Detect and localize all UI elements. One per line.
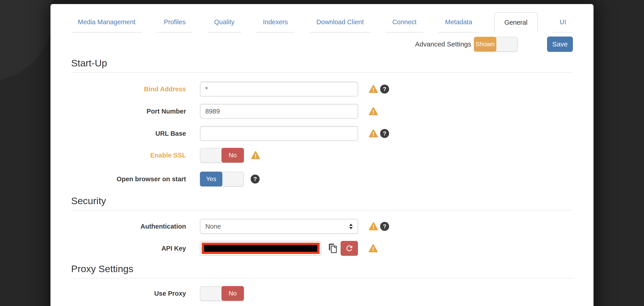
use-proxy-toggle-knob: No <box>222 286 244 301</box>
authentication-label: Authentication <box>71 223 186 230</box>
port-number-row: Port Number <box>50 104 594 119</box>
warning-icon <box>368 107 378 116</box>
tab-profiles[interactable]: Profiles <box>157 12 192 32</box>
select-carets-icon <box>349 224 353 229</box>
background-circle-decoration <box>0 0 54 82</box>
save-button[interactable]: Save <box>547 36 573 52</box>
section-title-security: Security <box>71 196 573 210</box>
help-icon[interactable]: ? <box>380 129 389 138</box>
use-proxy-row: Use Proxy No <box>50 286 594 301</box>
port-number-input[interactable] <box>200 104 358 119</box>
enable-ssl-label: Enable SSL <box>71 152 186 159</box>
open-browser-toggle-knob: Yes <box>200 172 222 186</box>
advanced-settings-toggle-knob: Shown <box>474 37 496 52</box>
tab-metadata[interactable]: Metadata <box>438 12 479 32</box>
tab-media-management[interactable]: Media Management <box>71 12 142 32</box>
copy-icon[interactable] <box>328 243 338 254</box>
refresh-icon <box>345 244 354 252</box>
url-base-row: URL Base ? <box>50 126 594 141</box>
section-title-startup: Start-Up <box>71 58 573 73</box>
authentication-row: Authentication None ? <box>50 219 594 234</box>
enable-ssl-row: Enable SSL No <box>50 148 594 163</box>
tab-download-client[interactable]: Download Client <box>310 12 370 32</box>
settings-panel: Media Management Profiles Quality Indexe… <box>50 4 594 306</box>
url-base-input[interactable] <box>200 126 358 141</box>
open-browser-label: Open browser on start <box>71 176 186 183</box>
use-proxy-label: Use Proxy <box>71 290 186 297</box>
warning-icon <box>368 129 378 138</box>
help-icon[interactable]: ? <box>380 84 389 94</box>
help-icon[interactable]: ? <box>380 222 389 231</box>
port-number-label: Port Number <box>71 108 186 115</box>
warning-icon <box>368 84 378 94</box>
open-browser-toggle[interactable]: Yes <box>200 172 244 186</box>
tab-ui[interactable]: UI <box>553 12 573 32</box>
tab-indexers[interactable]: Indexers <box>256 12 294 32</box>
advanced-settings-toggle[interactable]: Shown <box>474 37 518 52</box>
tab-connect[interactable]: Connect <box>386 12 423 32</box>
advanced-settings-label: Advanced Settings <box>415 40 471 48</box>
tab-quality[interactable]: Quality <box>207 12 241 32</box>
authentication-selected-value: None <box>205 223 221 230</box>
url-base-label: URL Base <box>71 130 186 137</box>
tab-general[interactable]: General <box>494 12 538 32</box>
bind-address-label: Bind Address <box>71 86 186 93</box>
warning-icon <box>368 244 378 253</box>
enable-ssl-toggle[interactable]: No <box>200 148 244 163</box>
use-proxy-toggle[interactable]: No <box>200 286 244 301</box>
api-key-row: API Key <box>50 241 594 256</box>
api-key-input[interactable] <box>200 241 321 256</box>
settings-toolbar: Advanced Settings Shown Save <box>71 36 573 52</box>
enable-ssl-toggle-knob: No <box>222 148 244 163</box>
bind-address-input[interactable] <box>200 82 358 96</box>
api-key-redaction-overlay <box>202 243 320 254</box>
help-icon[interactable]: ? <box>251 174 260 184</box>
settings-tab-bar: Media Management Profiles Quality Indexe… <box>71 12 573 32</box>
section-title-proxy: Proxy Settings <box>71 264 573 278</box>
bind-address-row: Bind Address ? <box>50 82 594 96</box>
authentication-select[interactable]: None <box>200 219 358 234</box>
warning-icon <box>251 151 260 160</box>
regenerate-api-key-button[interactable] <box>340 241 358 256</box>
api-key-label: API Key <box>71 245 186 252</box>
open-browser-row: Open browser on start Yes ? <box>50 172 594 186</box>
warning-icon <box>368 222 378 231</box>
